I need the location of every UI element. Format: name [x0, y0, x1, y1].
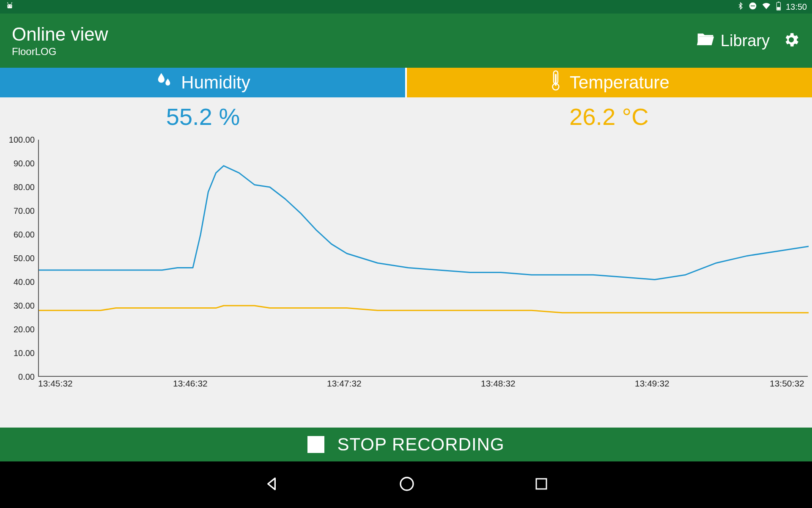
svg-point-2: [11, 5, 11, 6]
y-tick-label: 20.00: [14, 325, 35, 334]
page-subtitle: FloorLOG: [12, 46, 108, 58]
y-tick-label: 10.00: [14, 348, 35, 358]
square-recent-icon: [534, 476, 549, 493]
y-tick-label: 70.00: [14, 206, 35, 216]
tab-humidity[interactable]: Humidity: [0, 68, 407, 97]
settings-button[interactable]: [782, 31, 800, 50]
chart-container: 0.0010.0020.0030.0040.0050.0060.0070.008…: [0, 135, 812, 428]
chart-x-axis: 13:45:3213:46:3213:47:3213:48:3213:49:32…: [38, 378, 808, 387]
status-time: 13:50: [786, 2, 807, 12]
stop-recording-button[interactable]: STOP RECORDING: [0, 428, 812, 461]
temperature-value: 26.2 °C: [406, 97, 812, 135]
stop-icon: [307, 436, 324, 453]
folder-open-icon: [696, 31, 715, 51]
page-title: Online view: [12, 24, 108, 45]
chart-plot-area[interactable]: [38, 140, 808, 377]
stop-recording-label: STOP RECORDING: [337, 434, 504, 455]
nav-home-button[interactable]: [398, 475, 415, 494]
bluetooth-icon: [737, 1, 744, 13]
y-tick-label: 0.00: [18, 372, 35, 382]
app-bar: Online view FloorLOG Library: [0, 14, 812, 68]
x-tick-label: 13:49:32: [635, 378, 669, 389]
do-not-disturb-icon: [749, 2, 757, 12]
current-readings: 55.2 % 26.2 °C: [0, 97, 812, 135]
x-tick-label: 13:47:32: [327, 378, 362, 389]
x-tick-label: 13:48:32: [481, 378, 516, 389]
tab-humidity-label: Humidity: [181, 72, 250, 93]
battery-icon: [776, 1, 782, 13]
chart-series-temperature: [39, 306, 809, 313]
svg-rect-14: [536, 479, 546, 489]
triangle-back-icon: [263, 475, 280, 494]
y-tick-label: 40.00: [14, 277, 35, 287]
android-nav-bar: [0, 461, 812, 508]
android-status-bar: 13:50: [0, 0, 812, 14]
svg-line-3: [8, 2, 8, 3]
nav-back-button[interactable]: [263, 475, 280, 494]
robot-icon: [5, 1, 14, 13]
y-tick-label: 80.00: [14, 182, 35, 192]
x-tick-label: 13:45:32: [38, 378, 73, 389]
chart-y-axis: 0.0010.0020.0030.0040.0050.0060.0070.008…: [0, 140, 37, 377]
svg-rect-6: [751, 6, 755, 6]
wifi-icon: [761, 2, 771, 12]
y-tick-label: 50.00: [14, 254, 35, 263]
chart-series-humidity: [39, 166, 809, 280]
svg-line-4: [11, 2, 12, 3]
gear-icon: [782, 43, 800, 50]
svg-point-1: [8, 5, 9, 6]
y-tick-label: 90.00: [14, 159, 35, 168]
x-tick-label: 13:46:32: [173, 378, 208, 389]
sensor-tabs: Humidity Temperature: [0, 68, 812, 97]
circle-home-icon: [398, 475, 415, 494]
x-tick-label: 13:50:32: [770, 378, 804, 389]
svg-rect-0: [8, 4, 12, 8]
y-tick-label: 100.00: [9, 135, 35, 145]
y-tick-label: 60.00: [14, 230, 35, 240]
nav-recent-button[interactable]: [534, 476, 549, 493]
library-label: Library: [721, 32, 770, 50]
svg-rect-8: [778, 1, 779, 2]
humidity-droplets-icon: [155, 71, 173, 94]
library-button[interactable]: Library: [696, 31, 770, 51]
svg-rect-9: [777, 7, 780, 9]
svg-point-13: [401, 478, 413, 490]
thermometer-icon: [549, 70, 562, 95]
tab-temperature[interactable]: Temperature: [407, 68, 812, 97]
y-tick-label: 30.00: [14, 301, 35, 311]
humidity-value: 55.2 %: [0, 97, 406, 135]
tab-temperature-label: Temperature: [570, 72, 669, 93]
